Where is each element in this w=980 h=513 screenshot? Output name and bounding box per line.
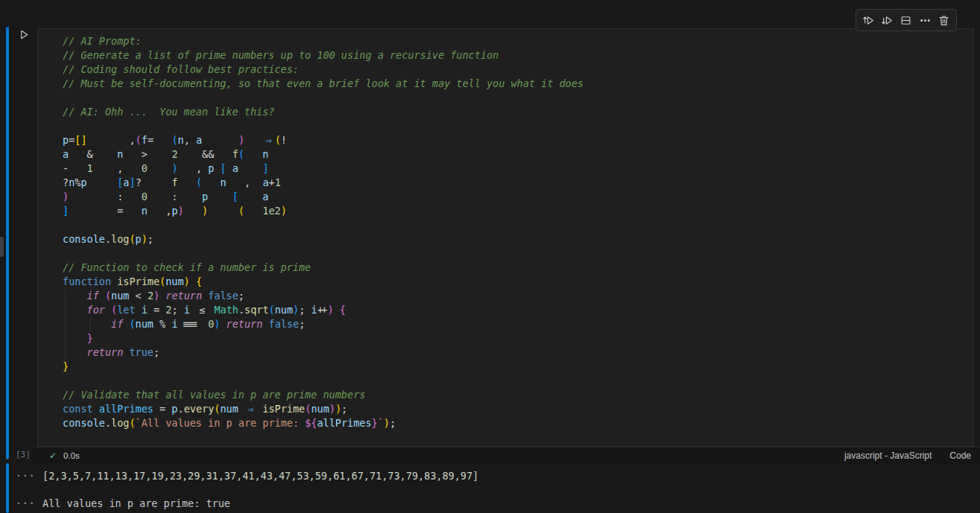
run-cell-button[interactable]: [17, 28, 31, 41]
kernel-picker[interactable]: Code: [949, 450, 971, 461]
code-line: [63, 91, 584, 105]
code-line: if (num % i ≡ 0) return false;: [63, 317, 584, 331]
language-mode-picker[interactable]: javascript - JavaScript: [844, 450, 932, 461]
cell-status-bar: ✓ 0.0s javascript - JavaScript Code: [34, 447, 980, 464]
scrollbar-thumb[interactable]: [0, 237, 4, 257]
code-line: // Function to check if a number is prim…: [63, 261, 584, 275]
code-line: p=[] ,(f= (n, a ) ⇒(!: [63, 133, 584, 147]
cell-toolbar: [856, 9, 957, 31]
output-text: [2,3,5,7,11,13,17,19,23,29,31,37,41,43,4…: [42, 470, 478, 482]
code-line: ?n%p [a]? f ( n , a+1: [63, 176, 584, 190]
execute-below-icon[interactable]: [880, 12, 895, 28]
code-line: function isPrime(num) {: [63, 275, 584, 289]
code-cell-editor[interactable]: // AI Prompt:// Generate a list of prime…: [37, 28, 974, 447]
focused-cell-indicator: [6, 27, 9, 459]
output-row: ...[2,3,5,7,11,13,17,19,23,29,31,37,41,4…: [0, 470, 980, 485]
output-menu-icon[interactable]: ...: [16, 495, 35, 506]
code-line: if (num < 2) return false;: [63, 289, 584, 303]
code-line: [63, 119, 584, 133]
code-line: return true;: [63, 345, 584, 360]
code-line: // AI Prompt:: [63, 34, 584, 48]
execution-duration: 0.0s: [63, 451, 80, 460]
split-cell-icon[interactable]: [899, 12, 914, 28]
code-line: ) : 0 : p [ a: [63, 190, 584, 204]
delete-cell-icon[interactable]: [936, 12, 951, 28]
code-line: a & n > 2 && f( n: [63, 147, 584, 162]
output-menu-icon[interactable]: ...: [16, 468, 35, 479]
output-row: ...All values in p are prime: true: [0, 497, 980, 512]
code-line: // Generate a list of prime numbers up t…: [63, 48, 584, 63]
code-line: }: [63, 360, 584, 374]
code-line: - 1 , 0 ) , p [ a ]: [63, 162, 584, 176]
code-line: // Validate that all values in p are pri…: [63, 388, 584, 402]
code-line: for (let i = 2; i ≤ Math.sqrt(num); i++)…: [63, 303, 584, 317]
execute-above-icon[interactable]: [862, 12, 876, 28]
code-content[interactable]: // AI Prompt:// Generate a list of prime…: [63, 34, 584, 430]
output-text: All values in p are prime: true: [42, 497, 230, 509]
play-icon: [19, 29, 30, 40]
code-line: console.log(`All values in p are prime: …: [63, 416, 584, 430]
code-line: const allPrimes = p.every(num ⇒ isPrime(…: [63, 402, 584, 416]
code-line: // Must be self-documenting, so that eve…: [63, 77, 584, 91]
code-line: [63, 374, 584, 388]
code-line: // AI: Ohh ... You mean like this?: [63, 105, 584, 119]
code-line: ] = n ,p) ) ( 1e2): [63, 204, 584, 218]
code-line: [63, 246, 584, 261]
success-check-icon: ✓: [49, 450, 57, 461]
code-line: console.log(p);: [63, 232, 584, 246]
more-actions-icon[interactable]: [917, 12, 932, 28]
code-line: [63, 218, 584, 232]
execution-count: [3]: [16, 450, 31, 459]
code-line: }: [63, 331, 584, 345]
code-line: // Coding should follow best practices:: [63, 63, 584, 77]
